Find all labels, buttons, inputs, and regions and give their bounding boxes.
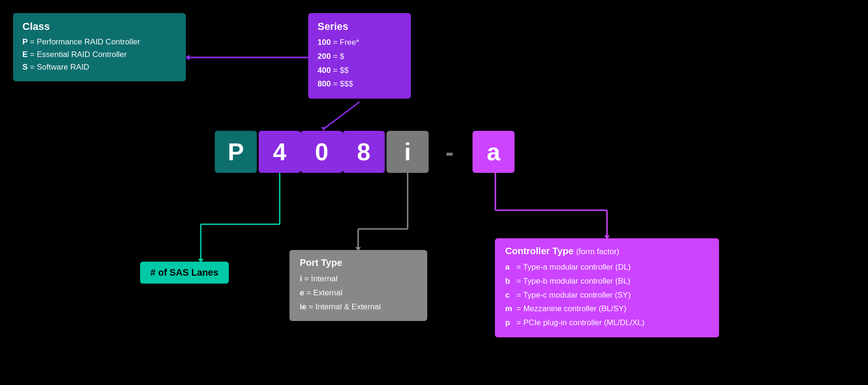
ctrl-m-text: = Mezzanine controller (BL/SY) <box>516 302 627 316</box>
series-line-100: 100 = Free* <box>318 36 402 50</box>
sas-lanes-box: # of SAS Lanes <box>140 262 229 284</box>
class-e-text: = Essential RAID Controller <box>28 50 127 59</box>
char-a: a <box>473 131 515 173</box>
class-line-p: P = Performance RAID Controller <box>22 36 176 48</box>
ctrl-a-bold: a <box>505 260 514 274</box>
svg-marker-6 <box>186 55 190 60</box>
ctrl-p-bold: p <box>505 316 514 330</box>
ctrl-line-c: c = Type-c modular controller (SY) <box>505 288 709 302</box>
char-4: 4 <box>259 131 301 173</box>
char-dash: - <box>429 131 471 173</box>
svg-marker-8 <box>321 127 326 131</box>
series-line-400: 400 = $$ <box>318 64 402 78</box>
ctrl-a-text: = Type-a modular controller (DL) <box>516 260 631 274</box>
diagram-container: Class P = Performance RAID Controller E … <box>0 0 868 385</box>
ctrl-line-a: a = Type-a modular controller (DL) <box>505 260 709 274</box>
class-line-s: S = Software RAID <box>22 61 176 73</box>
ctrl-line-p: p = PCIe plug-in controller (ML/DL/XL) <box>505 316 709 330</box>
series-line-200: 200 = $ <box>318 50 402 64</box>
port-line-e: e = External <box>300 286 417 300</box>
class-line-e: E = Essential RAID Controller <box>22 48 176 61</box>
ctrl-title-text: Controller Type <box>505 246 573 256</box>
ctrl-title-subtitle: (form factor) <box>576 247 620 256</box>
ctrl-line-b: b = Type-b modular controller (BL) <box>505 274 709 288</box>
class-s-text: = Software RAID <box>28 63 89 71</box>
series-100-bold: 100 <box>318 38 331 47</box>
port-type-title: Port Type <box>300 257 417 268</box>
port-i-text: = Internal <box>302 274 338 283</box>
series-100-text: = Free* <box>331 38 359 47</box>
class-title: Class <box>22 21 176 33</box>
port-line-i: i = Internal <box>300 272 417 286</box>
series-800-text: = $$$ <box>331 79 353 88</box>
char-P: P <box>215 131 257 173</box>
series-200-bold: 200 <box>318 52 331 61</box>
series-line-800: 800 = $$$ <box>318 77 402 91</box>
product-code-row: P 4 0 8 i - a <box>215 131 515 173</box>
svg-line-7 <box>324 102 360 129</box>
port-type-box: Port Type i = Internal e = External ie =… <box>289 250 427 321</box>
class-s-bold: S <box>22 63 28 71</box>
ctrl-p-text: = PCIe plug-in controller (ML/DL/XL) <box>516 316 644 330</box>
char-8: 8 <box>343 131 385 173</box>
class-box: Class P = Performance RAID Controller E … <box>13 13 186 81</box>
sas-lanes-label: # of SAS Lanes <box>150 267 219 278</box>
series-title: Series <box>318 21 402 33</box>
ctrl-m-bold: m <box>505 302 514 316</box>
ctrl-c-text: = Type-c modular controller (SY) <box>516 288 631 302</box>
series-200-text: = $ <box>331 52 344 61</box>
port-e-text: = External <box>304 288 342 297</box>
series-box: Series 100 = Free* 200 = $ 400 = $$ 800 … <box>308 13 411 99</box>
class-p-bold: P <box>22 37 28 46</box>
char-i: i <box>387 131 429 173</box>
series-800-bold: 800 <box>318 79 331 88</box>
char-0: 0 <box>301 131 343 173</box>
port-line-ie: ie = Internal & External <box>300 300 417 314</box>
controller-type-box: Controller Type (form factor) a = Type-a… <box>495 238 719 337</box>
ctrl-line-m: m = Mezzanine controller (BL/SY) <box>505 302 709 316</box>
svg-marker-4 <box>186 55 188 60</box>
ctrl-c-bold: c <box>505 288 514 302</box>
class-p-text: = Performance RAID Controller <box>28 37 140 46</box>
ctrl-type-title: Controller Type (form factor) <box>505 246 709 257</box>
class-e-bold: E <box>22 50 28 59</box>
series-400-text: = $$ <box>331 66 348 75</box>
port-ie-bold: ie <box>300 302 306 311</box>
ctrl-b-text: = Type-b modular controller (BL) <box>516 274 630 288</box>
series-400-bold: 400 <box>318 66 331 75</box>
port-ie-text: = Internal & External <box>306 302 381 311</box>
ctrl-b-bold: b <box>505 274 514 288</box>
